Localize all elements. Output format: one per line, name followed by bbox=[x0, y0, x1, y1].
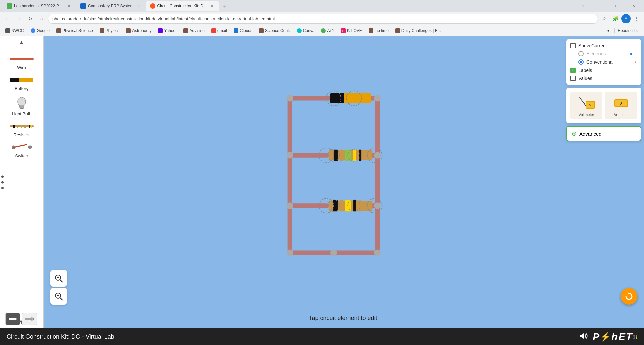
component-battery[interactable]: Battery bbox=[0, 73, 43, 94]
profile-icon[interactable]: A bbox=[621, 14, 631, 23]
svg-line-65 bbox=[60, 298, 62, 300]
ammeter-item[interactable]: A Ammeter bbox=[605, 92, 637, 119]
advanced-button[interactable]: ⊕ Advanced bbox=[566, 126, 641, 141]
svg-rect-31 bbox=[334, 150, 338, 161]
forward-button[interactable]: → bbox=[14, 14, 23, 23]
electrons-row: Electrons ●→ bbox=[570, 51, 637, 56]
tab-2-close[interactable]: ✕ bbox=[136, 3, 141, 9]
bookmark-advising[interactable]: Advising bbox=[181, 28, 207, 34]
component-lightbulb[interactable]: Light Bulb bbox=[0, 94, 43, 119]
switch-label: Switch bbox=[15, 153, 28, 158]
tab-3[interactable]: Circuit Construction Kit: DC - Vir... ✕ bbox=[146, 1, 219, 11]
more-options-icon[interactable]: ⋮ bbox=[632, 14, 641, 23]
voltmeter-item[interactable]: V Voltmeter bbox=[570, 92, 602, 119]
bookmark-physical-science-label: Physical Science bbox=[62, 28, 93, 33]
component-switch[interactable]: Switch bbox=[0, 140, 43, 161]
bookmark-physics-label: Physics bbox=[106, 28, 119, 33]
values-label: Values bbox=[578, 76, 592, 81]
bookmark-nwcc-label: NWCC bbox=[11, 28, 24, 33]
select-tool-button[interactable] bbox=[5, 313, 20, 325]
bookmark-yahoo-label: Yahoo! bbox=[164, 28, 176, 33]
scroll-dot-1 bbox=[1, 176, 4, 178]
bookmark-klove[interactable]: K K-LOVE bbox=[338, 28, 365, 34]
bookmark-star-icon[interactable]: ☆ bbox=[600, 14, 609, 23]
bookmarks-overflow-button[interactable]: » bbox=[603, 27, 612, 34]
new-tab-button[interactable]: + bbox=[220, 2, 229, 11]
bookmark-google[interactable]: Google bbox=[28, 28, 52, 34]
back-button[interactable]: ← bbox=[3, 14, 12, 23]
bookmark-astronomy[interactable]: Astronomy bbox=[123, 28, 154, 34]
component-resistor[interactable]: Resistor bbox=[0, 119, 43, 140]
svg-rect-42 bbox=[340, 200, 343, 211]
bookmark-gmail-label: gmail bbox=[217, 28, 227, 33]
conventional-arrow-icon: → bbox=[632, 59, 637, 65]
maximize-button[interactable]: □ bbox=[609, 0, 625, 12]
svg-point-56 bbox=[287, 249, 293, 256]
bookmark-air1-label: Air1 bbox=[327, 28, 334, 33]
zoom-out-button[interactable] bbox=[50, 270, 67, 287]
tab-3-favicon bbox=[150, 3, 155, 9]
svg-rect-3 bbox=[20, 108, 23, 109]
tab-3-close[interactable]: ✕ bbox=[210, 3, 215, 9]
sound-button[interactable] bbox=[579, 332, 589, 341]
battery-label: Battery bbox=[15, 86, 29, 91]
values-checkbox[interactable] bbox=[570, 76, 576, 81]
labels-checkbox[interactable]: ✓ bbox=[570, 68, 576, 73]
show-current-label: Show Current bbox=[578, 43, 607, 48]
canva-icon bbox=[297, 28, 302, 33]
values-row: Values bbox=[570, 76, 637, 81]
home-button[interactable]: ⌂ bbox=[37, 14, 46, 23]
tab-3-title: Circuit Construction Kit: DC - Vir... bbox=[157, 4, 208, 8]
ammeter-graphic: A bbox=[611, 94, 631, 111]
svg-rect-75 bbox=[9, 318, 17, 320]
svg-line-77 bbox=[32, 317, 34, 319]
component-wire[interactable]: Wire bbox=[0, 52, 43, 73]
wire-graphic bbox=[10, 58, 34, 60]
show-current-row: Show Current bbox=[570, 43, 637, 48]
extensions-icon[interactable]: 🧩 bbox=[610, 14, 620, 23]
bookmark-canva[interactable]: Canva bbox=[294, 28, 317, 34]
bookmark-labtime[interactable]: lab time bbox=[366, 28, 391, 34]
switch-graphic bbox=[11, 143, 33, 151]
bookmark-air1[interactable]: Air1 bbox=[318, 28, 337, 34]
bookmark-yahoo[interactable]: Yahoo! bbox=[155, 28, 179, 34]
right-panel: Show Current Electrons ●→ Conventional →… bbox=[564, 36, 644, 144]
bookmark-science-conf[interactable]: Science Conf. bbox=[256, 28, 293, 34]
svg-point-58 bbox=[330, 249, 337, 256]
tab-1-favicon bbox=[7, 3, 12, 9]
refresh-button[interactable]: ↻ bbox=[25, 14, 35, 23]
labels-checkmark: ✓ bbox=[572, 68, 575, 73]
bookmark-gmail[interactable]: gmail bbox=[209, 28, 230, 34]
wire-icon bbox=[8, 54, 35, 64]
panel-scroll-up[interactable]: ▲ bbox=[0, 36, 43, 49]
display-options-box: Show Current Electrons ●→ Conventional →… bbox=[566, 39, 641, 85]
conventional-radio-inner bbox=[580, 61, 582, 63]
conventional-radio[interactable] bbox=[578, 59, 584, 65]
svg-line-67 bbox=[580, 98, 586, 106]
tab-list-icon[interactable]: ≡ bbox=[576, 0, 591, 12]
bookmark-reading-list[interactable]: Reading list bbox=[614, 28, 641, 34]
electrons-radio[interactable] bbox=[578, 51, 584, 56]
bookmark-nwcc[interactable]: NWCC bbox=[3, 28, 26, 34]
refresh-fab-button[interactable] bbox=[621, 288, 637, 305]
scroll-dot-2 bbox=[1, 181, 4, 184]
bookmark-physics[interactable]: Physics bbox=[97, 28, 122, 34]
bookmarks-bar: NWCC Google Physical Science Physics Ast… bbox=[0, 25, 644, 36]
bookmark-clouds[interactable]: Clouds bbox=[231, 28, 255, 34]
labtime-icon bbox=[369, 28, 373, 33]
bookmark-physical-science[interactable]: Physical Science bbox=[54, 28, 96, 34]
tab-1-close[interactable]: ✕ bbox=[66, 3, 72, 9]
tab-2[interactable]: CampusKey ERP System ✕ bbox=[76, 1, 145, 11]
show-current-checkbox[interactable] bbox=[570, 43, 576, 48]
close-button[interactable]: ✕ bbox=[626, 0, 641, 12]
minimize-button[interactable]: — bbox=[592, 0, 608, 12]
astronomy-icon bbox=[126, 28, 131, 33]
wire-cutter-tool-button[interactable] bbox=[22, 313, 37, 325]
bookmark-daily-challenges[interactable]: Daily Challenges | B... bbox=[393, 28, 444, 34]
url-bar[interactable]: phet.colorado.edu/sims/html/circuit-cons… bbox=[48, 14, 598, 23]
phet-dots-grid bbox=[633, 335, 637, 339]
tab-1[interactable]: Lab handouts: SP2022-PHY2241... ✕ bbox=[3, 1, 76, 11]
zoom-in-button[interactable] bbox=[50, 288, 67, 305]
meters-box: V Voltmeter A Ammeter bbox=[566, 88, 641, 123]
svg-point-51 bbox=[374, 95, 381, 101]
